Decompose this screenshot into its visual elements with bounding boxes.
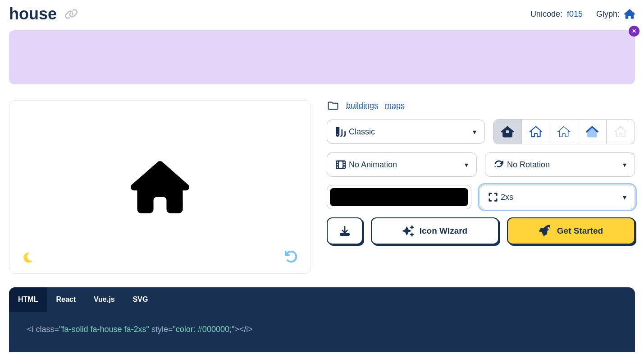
chevron-down-icon: ▾ <box>623 193 626 202</box>
rocket-icon <box>539 225 552 237</box>
chevron-down-icon: ▾ <box>473 128 476 136</box>
style-tab-duotone[interactable] <box>578 120 606 144</box>
expand-icon <box>488 192 498 202</box>
film-icon <box>335 160 346 170</box>
icon-preview-panel <box>9 100 311 274</box>
sparkles-icon <box>402 225 414 237</box>
family-value: Classic <box>349 127 375 137</box>
close-icon[interactable]: ✕ <box>629 26 639 37</box>
chevron-down-icon: ▾ <box>465 161 468 169</box>
rotation-value: No Rotation <box>507 160 550 170</box>
download-icon <box>340 226 350 236</box>
reset-icon[interactable] <box>284 250 298 263</box>
size-value: 2xs <box>501 193 513 202</box>
header-left: house <box>9 5 79 23</box>
folder-icon <box>327 100 339 111</box>
size-dropdown[interactable]: 2xs ▾ <box>480 185 635 209</box>
controls-panel: buildings maps Classic ▾ <box>327 100 635 274</box>
rotate-icon <box>493 160 504 170</box>
animation-value: No Animation <box>349 160 397 170</box>
category-row: buildings maps <box>327 100 635 111</box>
get-started-button[interactable]: Get Started <box>507 217 635 244</box>
color-picker[interactable] <box>327 185 471 209</box>
animation-rotation-row: No Animation ▾ No Rotation ▾ <box>327 152 635 177</box>
code-token-string: "color: #000000;" <box>173 325 234 334</box>
action-buttons-row: Icon Wizard Get Started <box>327 217 635 244</box>
rotation-dropdown[interactable]: No Rotation ▾ <box>485 152 635 177</box>
family-style-row: Classic ▾ <box>327 119 635 144</box>
code-token: ></i> <box>234 325 253 334</box>
code-panel: HTML React Vue.js SVG <i class="fa-solid… <box>9 287 635 352</box>
glyph-preview-icon[interactable] <box>624 9 635 19</box>
style-tab-regular[interactable] <box>521 120 550 144</box>
code-snippet[interactable]: <i class="fa-solid fa-house fa-2xs" styl… <box>9 312 635 352</box>
style-tabs <box>493 119 635 144</box>
house-icon <box>131 160 189 214</box>
dark-mode-toggle-icon[interactable] <box>22 252 34 263</box>
swatchbook-icon <box>335 127 346 137</box>
animation-dropdown[interactable]: No Animation ▾ <box>327 152 477 177</box>
unicode-value[interactable]: f015 <box>567 9 583 19</box>
style-tab-light[interactable] <box>550 120 578 144</box>
color-size-row: 2xs ▾ <box>327 185 635 209</box>
category-link-buildings[interactable]: buildings <box>346 101 378 111</box>
unicode-label: Unicode: <box>530 9 562 19</box>
code-token: <i class= <box>27 325 59 334</box>
code-tab-svg[interactable]: SVG <box>124 287 157 312</box>
code-tab-html[interactable]: HTML <box>9 287 47 312</box>
color-preview <box>330 188 468 206</box>
code-tabs: HTML React Vue.js SVG <box>9 287 635 312</box>
icon-name-title: house <box>9 5 57 23</box>
chevron-down-icon: ▾ <box>623 161 626 169</box>
family-dropdown[interactable]: Classic ▾ <box>327 120 485 144</box>
header-right: Unicode: f015 Glyph: <box>530 9 635 19</box>
code-tab-react[interactable]: React <box>47 287 85 312</box>
main-area: buildings maps Classic ▾ <box>9 100 635 274</box>
download-button[interactable] <box>327 217 363 244</box>
code-tab-vue[interactable]: Vue.js <box>85 287 124 312</box>
code-token-string: "fa-solid fa-house fa-2xs" <box>59 325 149 334</box>
icon-wizard-button[interactable]: Icon Wizard <box>371 217 499 244</box>
style-tab-thin[interactable] <box>606 120 635 144</box>
info-banner: ✕ <box>9 30 635 84</box>
code-token: style= <box>149 325 173 334</box>
category-link-maps[interactable]: maps <box>385 101 405 111</box>
header-row: house Unicode: f015 Glyph: <box>9 0 635 30</box>
wizard-label: Icon Wizard <box>420 226 467 236</box>
permalink-icon[interactable] <box>64 9 79 19</box>
get-started-label: Get Started <box>557 226 603 236</box>
glyph-label: Glyph: <box>596 9 620 19</box>
style-tab-solid[interactable] <box>493 120 521 144</box>
